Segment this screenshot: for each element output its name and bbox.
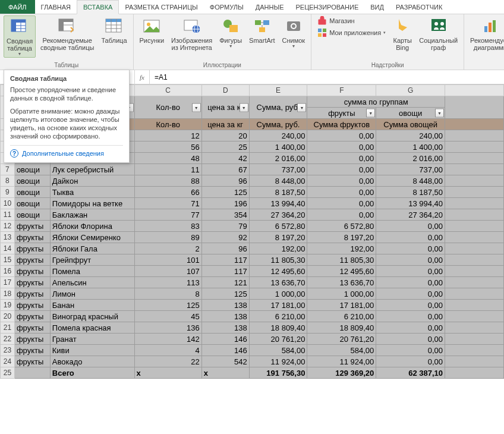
cell[interactable]: 2 016,00 xyxy=(249,153,307,164)
cell[interactable]: Сумма овощей xyxy=(376,119,445,130)
cell[interactable]: фрукты xyxy=(14,356,50,367)
filter-icon[interactable]: ▼ xyxy=(192,103,201,112)
cell[interactable]: Лимон xyxy=(50,288,134,300)
cell[interactable]: 0,00 xyxy=(376,288,445,300)
cell[interactable]: 584,00 xyxy=(307,345,376,356)
row-hdr[interactable]: 18 xyxy=(1,288,15,300)
tab-insert[interactable]: ВСТАВКА xyxy=(77,0,119,14)
cell[interactable]: 146 xyxy=(201,334,249,345)
table-button[interactable]: Таблица xyxy=(99,15,129,45)
filter-icon[interactable]: ▼ xyxy=(240,103,248,112)
cell[interactable]: 138 xyxy=(201,311,249,322)
tab-data[interactable]: ДАННЫЕ xyxy=(250,0,290,14)
cell[interactable]: 192,00 xyxy=(249,243,307,254)
cell[interactable]: 25 xyxy=(201,141,249,153)
cell[interactable]: 0,00 xyxy=(376,266,445,277)
cell[interactable]: овощи xyxy=(14,175,50,187)
cell[interactable]: 12 495,60 xyxy=(307,266,376,277)
cell[interactable]: Кол-во xyxy=(134,119,201,130)
cell[interactable]: Грейпфрут xyxy=(50,254,134,266)
cell[interactable]: 71 xyxy=(134,198,201,209)
cell[interactable]: 88 xyxy=(134,175,201,187)
cell[interactable]: 125 xyxy=(201,288,249,300)
cell[interactable]: 11 805,30 xyxy=(307,254,376,266)
cell[interactable]: 62 387,10 xyxy=(376,367,445,379)
screenshot-button[interactable]: Снимок ▼ xyxy=(280,15,308,49)
pivot-table-button[interactable]: Сводная таблица ▼ xyxy=(4,15,36,58)
cell[interactable]: 20 761,20 xyxy=(307,334,376,345)
row-hdr[interactable]: 13 xyxy=(1,232,15,243)
cell[interactable]: 0,00 xyxy=(376,311,445,322)
tab-developer[interactable]: РАЗРАБОТЧИК xyxy=(390,0,448,14)
cell[interactable]: 121 xyxy=(201,277,249,288)
cell[interactable]: 13 636,70 xyxy=(307,277,376,288)
cell[interactable]: фрукты xyxy=(14,277,50,288)
cell[interactable]: фрукты xyxy=(14,322,50,334)
online-pictures-button[interactable]: Изображения из Интернета xyxy=(169,15,215,52)
cell[interactable]: 6 210,00 xyxy=(307,311,376,322)
cell[interactable]: цена за кг xyxy=(201,119,249,130)
cell[interactable]: фрукты xyxy=(14,288,50,300)
cell[interactable]: 2 016,00 xyxy=(376,153,445,164)
table-row[interactable]: 8овощиДайкон88968 448,000,008 448,00 xyxy=(1,175,504,187)
cell[interactable]: Помела красная xyxy=(50,322,134,334)
row-hdr[interactable]: 14 xyxy=(1,243,15,254)
cell[interactable]: 1 000,00 xyxy=(307,288,376,300)
cell[interactable]: 542 xyxy=(201,356,249,367)
formula-value[interactable]: =A1 xyxy=(150,73,172,81)
cell[interactable]: 0,00 xyxy=(376,345,445,356)
cell[interactable]: 2 xyxy=(134,243,201,254)
cell[interactable]: 18 809,40 xyxy=(307,322,376,334)
bing-maps-button[interactable]: Карты Bing xyxy=(390,15,414,52)
cell[interactable]: 8 448,00 xyxy=(376,175,445,187)
cell[interactable]: 8 197,20 xyxy=(249,232,307,243)
cell[interactable]: Яблоки Флорина xyxy=(50,221,134,232)
cell[interactable]: 240,00 xyxy=(249,130,307,141)
cell[interactable]: 117 xyxy=(201,266,249,277)
filter-icon[interactable]: ▼ xyxy=(366,109,375,118)
cell[interactable]: 8 187,50 xyxy=(249,187,307,198)
cell[interactable]: фрукты xyxy=(14,254,50,266)
cell[interactable]: 0,00 xyxy=(376,254,445,266)
cell[interactable]: x xyxy=(134,367,201,379)
cell[interactable]: 13 636,70 xyxy=(249,277,307,288)
col-c[interactable]: C xyxy=(134,85,201,96)
cell[interactable]: Сумма фруктов xyxy=(307,119,376,130)
cell[interactable]: 146 xyxy=(201,345,249,356)
cell[interactable]: 11 924,00 xyxy=(249,356,307,367)
table-row[interactable]: 24фруктыАвокадо2254211 924,0011 924,000,… xyxy=(1,356,504,367)
cell[interactable]: 12 xyxy=(134,130,201,141)
cell[interactable]: 196 xyxy=(201,198,249,209)
cell[interactable]: 0,00 xyxy=(376,322,445,334)
cell[interactable]: Яблоки Гала xyxy=(50,243,134,254)
cell[interactable]: 8 448,00 xyxy=(249,175,307,187)
cell[interactable]: 0,00 xyxy=(376,232,445,243)
cell[interactable]: 240,00 xyxy=(376,130,445,141)
cell[interactable]: 4 xyxy=(134,345,201,356)
cell[interactable]: фрукты xyxy=(14,243,50,254)
tab-pagelayout[interactable]: РАЗМЕТКА СТРАНИЦЫ xyxy=(119,0,203,14)
tooltip-more-link[interactable]: ? Дополнительные сведения xyxy=(10,145,123,158)
cell[interactable]: Дайкон xyxy=(50,175,134,187)
hdr-group[interactable]: сумма по группам xyxy=(307,96,445,108)
cell[interactable]: Лук серебристый xyxy=(50,164,134,175)
cell[interactable]: 0,00 xyxy=(307,164,376,175)
table-row[interactable]: 14фруктыЯблоки Гала296192,00192,000,00 xyxy=(1,243,504,254)
table-row[interactable]: 22фруктыГранат14214620 761,2020 761,200,… xyxy=(1,334,504,345)
table-row[interactable]: 20фруктыВиноград красный451386 210,006 2… xyxy=(1,311,504,322)
cell[interactable]: 0,00 xyxy=(376,277,445,288)
table-row[interactable]: 18фруктыЛимон81251 000,001 000,000,00 xyxy=(1,288,504,300)
cell[interactable]: 12 495,60 xyxy=(249,266,307,277)
table-row[interactable]: 12фруктыЯблоки Флорина83796 572,806 572,… xyxy=(1,221,504,232)
tab-view[interactable]: ВИД xyxy=(364,0,390,14)
table-row[interactable]: 21фруктыПомела красная13613818 809,4018 … xyxy=(1,322,504,334)
tab-review[interactable]: РЕЦЕНЗИРОВАНИЕ xyxy=(289,0,364,14)
col-g[interactable]: G xyxy=(376,85,445,96)
cell[interactable]: 584,00 xyxy=(249,345,307,356)
cell[interactable]: Виноград красный xyxy=(50,311,134,322)
row-hdr[interactable]: 16 xyxy=(1,266,15,277)
cell[interactable]: 192,00 xyxy=(307,243,376,254)
cell[interactable]: фрукты xyxy=(14,345,50,356)
store-button[interactable]: Магазин xyxy=(315,15,388,26)
cell[interactable]: 92 xyxy=(201,232,249,243)
